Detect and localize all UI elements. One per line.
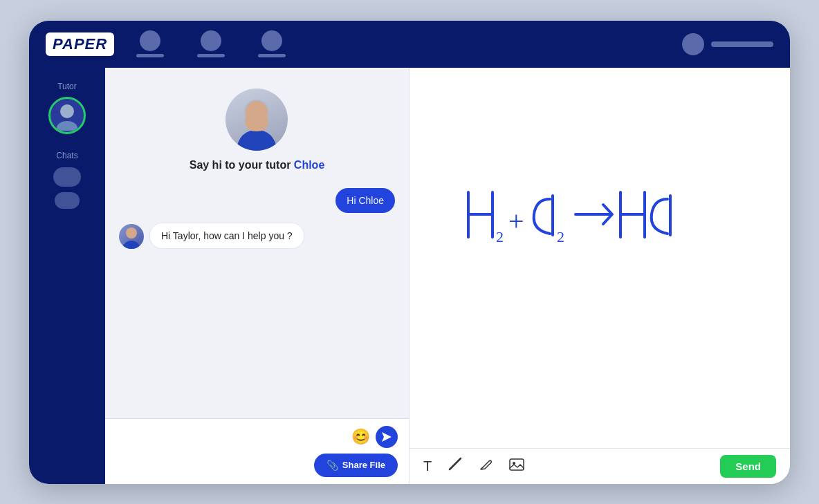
nav-username-bar bbox=[711, 41, 773, 47]
message-row-2: Hi Taylor, how can I help you ? bbox=[119, 223, 395, 249]
image-tool-button[interactable] bbox=[509, 458, 524, 475]
image-icon bbox=[509, 458, 524, 472]
chat-panel: Say hi to your tutor Chloe Hi Chloe bbox=[105, 68, 410, 484]
message-bubble-2: Hi Taylor, how can I help you ? bbox=[149, 223, 304, 249]
svg-text:+: + bbox=[508, 205, 524, 236]
svg-point-4 bbox=[126, 227, 137, 239]
message-bubble-1: Hi Chloe bbox=[335, 188, 395, 213]
tutor-silhouette-svg bbox=[232, 97, 281, 151]
whiteboard-panel: 2 + 2 bbox=[410, 68, 790, 484]
chat-icon-2[interactable] bbox=[55, 192, 80, 209]
tutor-intro: Say hi to your tutor Chloe bbox=[190, 88, 325, 171]
sidebar: Tutor Chats bbox=[29, 68, 105, 484]
send-message-button[interactable] bbox=[376, 426, 398, 448]
whiteboard-toolbar: T bbox=[410, 448, 790, 484]
sidebar-tutor-section: Tutor bbox=[29, 82, 105, 134]
text-tool-button[interactable]: T bbox=[423, 458, 432, 474]
nav-item-3[interactable] bbox=[258, 30, 286, 57]
tutor-name: Chloe bbox=[294, 159, 324, 171]
nav-icon-circle-3 bbox=[261, 30, 282, 51]
pen-icon bbox=[479, 458, 493, 472]
logo-text: PAPER bbox=[53, 35, 107, 53]
message-avatar-tutor bbox=[119, 224, 144, 249]
chat-input-row: 😊 bbox=[116, 426, 398, 448]
nav-item-1[interactable] bbox=[136, 30, 164, 57]
sidebar-chats-section: Chats bbox=[29, 151, 105, 214]
chat-messages: Hi Chloe Hi Taylor, how can I help you ? bbox=[119, 188, 395, 249]
chat-input-area: 😊 📎 Share File bbox=[105, 418, 409, 484]
nav-avatar bbox=[682, 33, 704, 55]
chat-input[interactable] bbox=[116, 431, 346, 442]
nav-icons bbox=[136, 30, 682, 57]
svg-point-0 bbox=[60, 104, 74, 118]
send-icon bbox=[382, 432, 392, 442]
nav-icon-line-1 bbox=[136, 54, 164, 57]
sidebar-chats-label: Chats bbox=[56, 151, 77, 160]
workspace: Say hi to your tutor Chloe Hi Chloe bbox=[105, 68, 790, 484]
main-content: Tutor Chats bbox=[29, 68, 790, 484]
share-file-label: Share File bbox=[342, 460, 385, 470]
top-nav: PAPER bbox=[29, 21, 790, 68]
nav-icon-line-3 bbox=[258, 54, 286, 57]
message-row-1: Hi Chloe bbox=[119, 188, 395, 213]
svg-point-1 bbox=[57, 121, 77, 131]
share-file-button[interactable]: 📎 Share File bbox=[314, 454, 398, 477]
svg-marker-5 bbox=[382, 432, 392, 442]
device-frame: PAPER Tutor bbox=[29, 21, 790, 484]
svg-text:2: 2 bbox=[496, 228, 504, 245]
paperclip-icon: 📎 bbox=[326, 460, 338, 471]
nav-item-2[interactable] bbox=[197, 30, 225, 57]
nav-icon-circle-1 bbox=[140, 30, 160, 51]
formula-svg: 2 + 2 bbox=[454, 178, 745, 261]
chat-icon-1[interactable] bbox=[53, 167, 81, 187]
nav-right bbox=[682, 33, 773, 55]
eraser-tool-button[interactable] bbox=[448, 457, 462, 475]
emoji-button[interactable]: 😊 bbox=[351, 428, 370, 446]
tutor-avatar-large bbox=[226, 88, 288, 151]
eraser-icon bbox=[448, 457, 462, 471]
svg-line-9 bbox=[450, 458, 461, 469]
whiteboard-canvas[interactable]: 2 + 2 bbox=[410, 68, 790, 448]
message-avatar-svg bbox=[119, 224, 144, 249]
svg-text:2: 2 bbox=[557, 228, 564, 245]
sidebar-tutor-label: Tutor bbox=[57, 82, 77, 91]
whiteboard-send-button[interactable]: Send bbox=[720, 455, 776, 478]
svg-rect-10 bbox=[510, 459, 524, 470]
pen-tool-button[interactable] bbox=[479, 458, 493, 475]
tutor-greeting: Say hi to your tutor Chloe bbox=[190, 159, 325, 171]
tutor-avatar-svg bbox=[52, 100, 82, 131]
nav-icon-line-2 bbox=[197, 54, 225, 57]
chat-body: Say hi to your tutor Chloe Hi Chloe bbox=[105, 68, 409, 418]
sidebar-tutor-avatar[interactable] bbox=[48, 97, 86, 134]
share-file-row: 📎 Share File bbox=[116, 454, 398, 477]
nav-icon-circle-2 bbox=[201, 30, 221, 51]
logo: PAPER bbox=[46, 32, 114, 56]
